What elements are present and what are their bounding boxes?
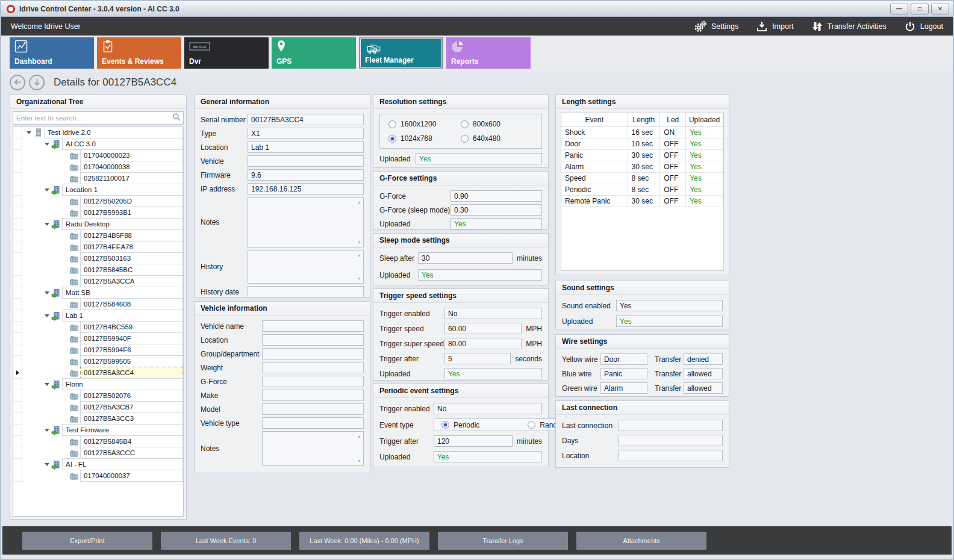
scroll-down-icon[interactable]: ▼ [357,276,361,281]
vehicle-field[interactable] [248,155,364,167]
tree-row-00127b5993b1[interactable]: 00127B5993B1 [13,207,183,219]
notes-textarea[interactable] [263,432,363,465]
blue-wire-transfer-field[interactable] [684,368,723,379]
tab-reports[interactable]: Reports [446,37,531,69]
transfer-activities-button[interactable]: Transfer Activities [812,21,887,32]
uploaded-field[interactable] [616,316,723,327]
length-row-periodic[interactable]: Periodic8 secOFFYes [561,184,723,195]
uploaded-field[interactable] [416,153,542,164]
trigger-after-field[interactable] [444,353,511,364]
close-button[interactable]: ✕ [931,4,949,14]
make-field[interactable] [262,390,364,401]
tree-row-025821100017[interactable]: 025821100017 [13,173,183,184]
serial-number-field[interactable] [248,114,364,125]
scroll-up-icon[interactable]: ▲ [357,253,361,257]
tree-row-00127b4eea78[interactable]: 00127B4EEA78 [13,241,183,253]
ip-address-field[interactable] [248,183,364,194]
tree-row-017040000038[interactable]: 017040000038 [13,161,183,173]
tree-row-00127b59940f[interactable]: 00127B59940F [13,333,183,344]
transfer-logs-button[interactable]: Transfer Logs [438,532,568,550]
search-icon-slot[interactable] [172,113,181,123]
trigger-enabled-field[interactable] [434,403,542,414]
g-force-field[interactable] [450,190,542,202]
tree-row-radu-desktop[interactable]: Radu Desktop [13,219,183,230]
g-force-field[interactable] [262,376,364,387]
minimize-button[interactable]: — [890,4,908,14]
tree-row-ai-cc-3-0[interactable]: AI CC 3.0 [13,138,183,150]
length-row-remote-panic[interactable]: Remote Panic30 secOFFYes [561,195,723,207]
tree-row-00127b5994f6[interactable]: 00127B5994F6 [13,344,183,356]
trigger-enabled-field[interactable] [444,308,542,319]
settings-button[interactable]: Settings [694,20,738,33]
length-row-shock[interactable]: Shock16 secONYes [561,126,723,138]
logout-button[interactable]: Logout [905,21,943,32]
column-header-uploaded[interactable]: Uploaded [686,113,723,126]
tab-events-reviews[interactable]: Events & Reviews [97,37,181,69]
tree-row-00127b5a3cc4[interactable]: 00127B5A3CC4 [13,367,183,379]
tree-row-00127b5845bc[interactable]: 00127B5845BC [13,264,183,276]
type-field[interactable] [248,128,364,139]
trigger-after-field[interactable] [434,435,513,447]
attachments-button[interactable]: Attachments [576,532,706,550]
scroll-up-icon[interactable]: ▲ [357,200,361,204]
firmware-field[interactable] [248,169,364,181]
history-date-field[interactable] [248,286,364,297]
trigger-super-speed-field[interactable] [444,338,522,349]
tree-row-florin[interactable]: Florin [13,379,183,390]
1600x1200-radio[interactable]: 1600x1200 [388,120,461,128]
history-textarea[interactable] [248,250,363,283]
expander-icon[interactable] [43,379,51,390]
expander-icon[interactable] [43,310,51,322]
uploaded-field[interactable] [418,269,542,281]
tree-row-lab-1[interactable]: Lab 1 [13,310,183,322]
tree-row-00127b5845b4[interactable]: 00127B5845B4 [13,436,183,447]
expander-icon[interactable] [43,219,51,230]
tree-row-location-1[interactable]: Location 1 [13,184,183,196]
yellow-wire-transfer-field[interactable] [684,353,723,365]
expander-icon[interactable] [43,425,51,436]
tree-row-017040000023[interactable]: 017040000023 [13,150,183,161]
tree-row-00127b5a3ccc[interactable]: 00127B5A3CCC [13,447,183,459]
tree-row-matt-sb[interactable]: Matt SB [13,287,183,299]
tree-row-00127b4b5f88[interactable]: 00127B4B5F88 [13,230,183,241]
scroll-down-button[interactable] [29,75,45,90]
back-button[interactable] [10,75,25,90]
tree-row-00127b584608[interactable]: 00127B584608 [13,299,183,310]
uploaded-field[interactable] [450,218,542,229]
export-print-button[interactable]: Export/Print [22,532,152,550]
tree-row-test-firmware[interactable]: Test Firmware [13,425,183,436]
expander-icon[interactable] [43,184,51,196]
expander-icon[interactable] [25,127,33,138]
uploaded-field[interactable] [444,368,542,379]
vehicle-type-field[interactable] [262,417,364,429]
tree-row-00127b502076[interactable]: 00127B502076 [13,390,183,402]
sleep-after-field[interactable] [418,252,513,264]
tab-dvr[interactable]: MERGEDvr [184,37,269,69]
location-field[interactable] [262,334,364,346]
640x480-radio[interactable]: 640x480 [461,134,533,143]
tree-row-00127b599505[interactable]: 00127B599505 [13,356,183,367]
tree-row-017040000037[interactable]: 017040000037 [13,470,183,482]
length-row-alarm[interactable]: Alarm30 secOFFYes [561,161,723,172]
periodic-radio[interactable]: Periodic [441,421,479,429]
vehicle-name-field[interactable] [262,320,364,332]
tab-fleet-manager[interactable]: Fleet Manager [359,37,443,69]
tree-row-ai-fl[interactable]: AI - FL [13,459,183,470]
tab-gps[interactable]: GPS [272,37,356,69]
scroll-up-icon[interactable]: ▲ [357,434,361,438]
length-row-door[interactable]: Door10 secOFFYes [561,138,723,149]
uploaded-field[interactable] [434,451,542,462]
tree-row-00127b503163[interactable]: 00127B503163 [13,253,183,264]
last-week-events-button[interactable]: Last Week Events: 0 [161,532,291,550]
tree-row-test-idrive-2-0[interactable]: Test Idrive 2.0 [13,127,183,138]
search-input[interactable] [13,114,172,122]
tree-row-00127b50205d[interactable]: 00127B50205D [13,196,183,207]
expander-icon[interactable] [43,138,51,150]
import-button[interactable]: Import [756,21,793,32]
location-field[interactable] [248,142,364,153]
yellow-wire-field[interactable] [600,353,647,365]
expander-icon[interactable] [43,287,51,299]
days-field[interactable] [619,435,723,446]
scroll-down-icon[interactable]: ▼ [357,459,361,463]
length-row-panic[interactable]: Panic30 secOFFYes [561,149,723,161]
